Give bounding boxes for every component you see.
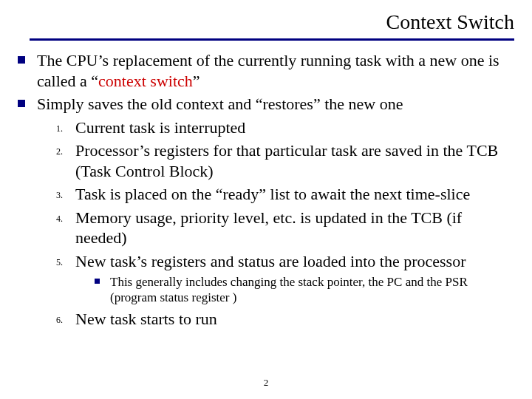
text-segment: Simply saves the old context and “restor… [37,95,403,113]
bullet-text: The CPU’s replacement of the currently r… [37,50,514,91]
numbered-list: 6. New task starts to run [56,309,514,330]
list-item: 3. Task is placed on the “ready” list to… [56,184,514,205]
accent-text: context switch [98,72,193,90]
square-bullet-icon [18,100,25,107]
bullet-level1: Simply saves the old context and “restor… [15,94,514,115]
text-segment: ” [193,72,200,90]
item-number: 4. [56,208,75,225]
slide: Context Switch The CPU’s replacement of … [0,0,532,399]
sub-bullet-text: This generally includes changing the sta… [110,274,514,306]
list-item: 6. New task starts to run [56,309,514,330]
item-text: New task starts to run [75,309,514,330]
square-bullet-icon [95,279,100,284]
item-number: 1. [56,117,75,134]
slide-title: Context Switch [386,10,514,33]
page-number: 2 [0,377,532,389]
item-number: 6. [56,309,75,326]
numbered-list: 1. Current task is interrupted 2. Proces… [56,117,514,272]
list-item: 1. Current task is interrupted [56,117,514,138]
list-item: 5. New task’s registers and status are l… [56,251,514,272]
square-bullet-icon [18,56,25,64]
item-number: 2. [56,140,75,157]
item-text: Current task is interrupted [75,117,514,138]
slide-body: The CPU’s replacement of the currently r… [15,50,514,332]
item-text: Processor’s registers for that particula… [75,140,514,181]
list-item: 4. Memory usage, priority level, etc. is… [56,208,514,248]
sub-bullet: This generally includes changing the sta… [95,274,514,306]
bullet-text: Simply saves the old context and “restor… [37,94,514,115]
bullet-level1: The CPU’s replacement of the currently r… [15,50,514,91]
list-item: 2. Processor’s registers for that partic… [56,140,514,181]
sub-bullet-list: This generally includes changing the sta… [95,274,514,306]
title-bar: Context Switch [30,10,514,41]
item-number: 5. [56,251,75,268]
item-text: Task is placed on the “ready” list to aw… [75,184,514,205]
item-text: New task’s registers and status are load… [75,251,514,272]
item-number: 3. [56,184,75,201]
item-text: Memory usage, priority level, etc. is up… [75,208,514,248]
